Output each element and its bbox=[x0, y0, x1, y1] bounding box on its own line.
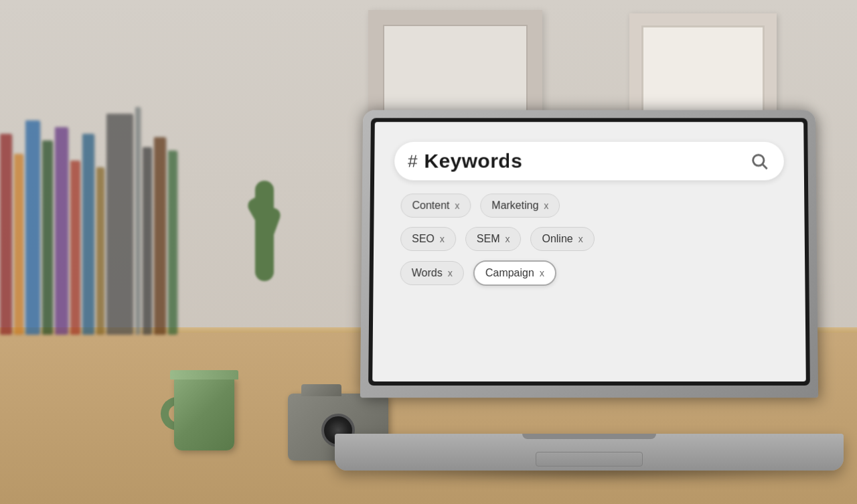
book bbox=[154, 137, 166, 335]
tag-seo[interactable]: SEO x bbox=[400, 227, 456, 251]
laptop-screen-display: # Keywords bbox=[372, 122, 806, 382]
svg-line-1 bbox=[763, 165, 767, 169]
book bbox=[96, 167, 104, 335]
tag-words-label: Words bbox=[412, 267, 443, 279]
book bbox=[25, 120, 40, 335]
search-icon-button[interactable] bbox=[748, 150, 771, 173]
book bbox=[55, 127, 68, 335]
laptop-screen-bezel: # Keywords bbox=[368, 118, 810, 386]
tag-marketing-remove[interactable]: x bbox=[544, 200, 548, 211]
tag-marketing-label: Marketing bbox=[491, 199, 538, 212]
tag-campaign-remove[interactable]: x bbox=[540, 268, 544, 278]
tag-content-label: Content bbox=[412, 199, 449, 212]
books-container bbox=[0, 54, 201, 335]
tag-content-remove[interactable]: x bbox=[455, 200, 459, 211]
screen-content: # Keywords bbox=[372, 122, 806, 382]
book bbox=[168, 151, 177, 335]
tag-seo-remove[interactable]: x bbox=[440, 234, 445, 244]
tag-campaign-label: Campaign bbox=[485, 267, 534, 279]
mug-body bbox=[174, 377, 234, 450]
tag-online-remove[interactable]: x bbox=[578, 234, 583, 244]
laptop-base bbox=[335, 434, 844, 471]
tag-online[interactable]: Online x bbox=[530, 227, 594, 251]
tag-content[interactable]: Content x bbox=[400, 193, 471, 218]
tags-row-1: Content x Marketing x bbox=[400, 193, 777, 218]
tags-row-2: SEO x SEM x Online x bbox=[400, 227, 778, 251]
tags-row-3: Words x Campaign x bbox=[400, 260, 779, 286]
tag-sem-label: SEM bbox=[477, 233, 500, 245]
svg-point-0 bbox=[753, 155, 764, 165]
tags-area: Content x Marketing x bbox=[394, 193, 785, 286]
book bbox=[135, 107, 141, 335]
laptop-screen-outer: # Keywords bbox=[360, 110, 818, 398]
tag-marketing[interactable]: Marketing x bbox=[480, 193, 560, 218]
tag-online-label: Online bbox=[542, 233, 572, 245]
mug bbox=[161, 343, 248, 450]
cactus bbox=[248, 147, 281, 281]
book bbox=[14, 154, 23, 335]
search-bar[interactable]: # Keywords bbox=[394, 142, 784, 181]
scene: # Keywords bbox=[0, 0, 857, 504]
book bbox=[143, 147, 152, 335]
tag-sem-remove[interactable]: x bbox=[505, 234, 510, 244]
search-input[interactable]: Keywords bbox=[424, 150, 741, 173]
tag-campaign[interactable]: Campaign x bbox=[473, 260, 556, 286]
book bbox=[106, 114, 133, 335]
tag-sem[interactable]: SEM x bbox=[465, 227, 522, 251]
laptop-touchpad[interactable] bbox=[536, 452, 643, 467]
book bbox=[0, 134, 12, 335]
tag-seo-label: SEO bbox=[412, 233, 435, 245]
search-icon bbox=[750, 152, 769, 171]
book bbox=[70, 161, 80, 335]
mug-rim bbox=[170, 370, 238, 380]
book bbox=[42, 141, 53, 335]
book bbox=[82, 134, 94, 335]
hash-symbol: # bbox=[408, 153, 418, 170]
tag-words[interactable]: Words x bbox=[400, 261, 464, 285]
tag-words-remove[interactable]: x bbox=[448, 268, 453, 278]
laptop: # Keywords bbox=[335, 109, 844, 471]
